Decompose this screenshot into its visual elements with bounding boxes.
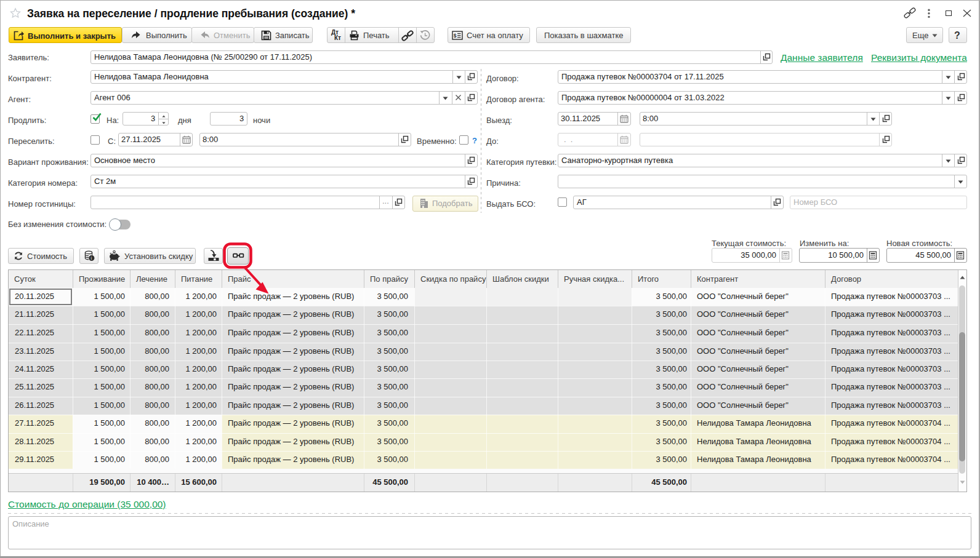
svg-text:i: i — [90, 255, 92, 261]
svg-text:$: $ — [454, 33, 457, 39]
